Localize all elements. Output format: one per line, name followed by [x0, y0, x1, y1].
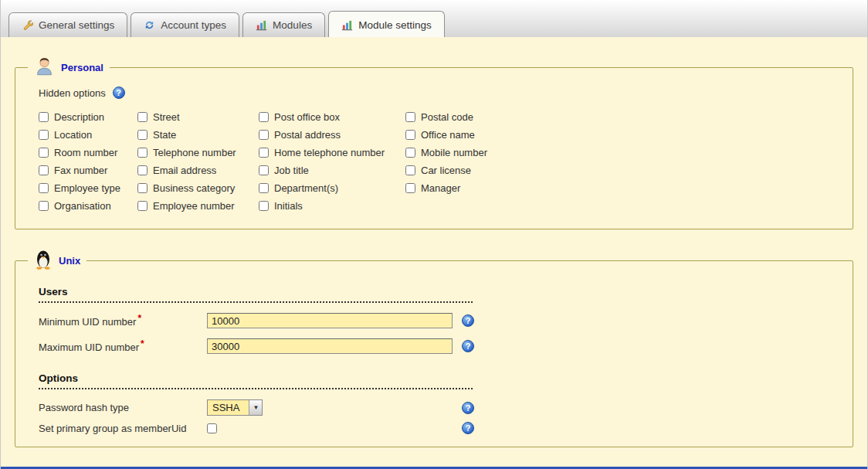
wrench-icon — [22, 19, 33, 31]
selected-option: SSHA — [208, 400, 249, 415]
help-icon[interactable]: ? — [462, 340, 474, 352]
hidden-option-checkbox[interactable] — [405, 183, 415, 193]
hidden-option-checkbox[interactable] — [405, 165, 415, 175]
hidden-option[interactable]: Car license — [405, 165, 840, 176]
hidden-option[interactable]: Fax number — [39, 165, 137, 176]
hidden-option-label: Department(s) — [274, 182, 338, 194]
tux-icon — [34, 250, 53, 272]
hidden-option[interactable]: Street — [137, 111, 259, 123]
hidden-option-checkbox[interactable] — [137, 165, 147, 175]
hidden-option-label: Description — [54, 111, 104, 123]
hidden-option[interactable]: Email address — [137, 165, 259, 176]
tab-label: Module settings — [358, 19, 432, 31]
help-icon[interactable]: ? — [462, 422, 474, 434]
hidden-option-checkbox[interactable] — [259, 201, 269, 211]
hidden-option[interactable]: Telephone number — [137, 147, 259, 158]
hidden-option-checkbox[interactable] — [405, 112, 415, 122]
hidden-option-label: Manager — [421, 182, 460, 194]
min-uid-row: Minimum UID number* ? — [39, 313, 840, 328]
hidden-option-checkbox[interactable] — [39, 165, 49, 175]
hidden-option-checkbox[interactable] — [137, 112, 147, 122]
hidden-option-label: Home telephone number — [274, 147, 385, 158]
maximum-uid-input[interactable] — [207, 338, 453, 354]
hidden-option[interactable]: Post office box — [259, 111, 405, 123]
hidden-option[interactable]: Office name — [405, 129, 840, 141]
hidden-option-checkbox[interactable] — [39, 201, 49, 211]
hidden-option[interactable]: Manager — [405, 182, 840, 194]
hidden-option-label: Telephone number — [153, 147, 236, 158]
hidden-option-checkbox[interactable] — [405, 130, 415, 140]
hidden-option[interactable]: State — [137, 129, 259, 141]
hidden-option-checkbox[interactable] — [259, 183, 269, 193]
hidden-option-checkbox[interactable] — [259, 130, 269, 140]
minimum-uid-input[interactable] — [207, 313, 453, 328]
hidden-option-checkbox[interactable] — [405, 148, 415, 158]
hidden-option[interactable]: Postal address — [259, 129, 405, 141]
tab-label: Modules — [273, 19, 312, 31]
hidden-option-checkbox[interactable] — [259, 112, 269, 122]
tab-general-settings[interactable]: General settings — [8, 12, 127, 37]
member-uid-checkbox[interactable] — [207, 423, 217, 433]
hidden-option[interactable]: Organisation — [39, 200, 137, 212]
hidden-option-label: Organisation — [54, 200, 111, 212]
tab-label: General settings — [39, 19, 114, 31]
hidden-option[interactable]: Mobile number — [405, 147, 840, 158]
hidden-option-label: Location — [54, 129, 92, 141]
hidden-option-label: Initials — [274, 200, 303, 212]
tab-modules[interactable]: Modules — [242, 12, 325, 37]
hidden-option-checkbox[interactable] — [259, 165, 269, 175]
hidden-option[interactable]: Employee type — [39, 182, 137, 194]
hidden-option-checkbox[interactable] — [137, 201, 147, 211]
field-label: Maximum UID number* — [39, 338, 207, 353]
hidden-option-checkbox[interactable] — [39, 130, 49, 140]
password-hash-select[interactable]: SSHA ▼ — [207, 399, 263, 416]
module-settings-panel: Personal Hidden options ? Description St… — [1, 37, 867, 469]
hidden-option-checkbox[interactable] — [137, 148, 147, 158]
hidden-option-label: Office name — [421, 129, 475, 141]
hidden-option-label: Fax number — [54, 165, 107, 176]
required-asterisk: * — [141, 338, 144, 349]
hidden-option[interactable]: Location — [39, 129, 137, 141]
hidden-option[interactable]: Postal code — [405, 111, 840, 123]
hidden-option[interactable]: Business category — [137, 182, 259, 194]
hidden-option-checkbox[interactable] — [137, 183, 147, 193]
hidden-option-label: Post office box — [274, 111, 340, 123]
help-icon[interactable]: ? — [113, 87, 125, 99]
hidden-option-checkbox[interactable] — [137, 130, 147, 140]
help-icon[interactable]: ? — [462, 314, 474, 327]
member-uid-row: Set primary group as memberUid ? — [39, 422, 840, 434]
hidden-option-label: Employee type — [54, 182, 120, 194]
hidden-option-checkbox[interactable] — [39, 148, 49, 158]
hidden-option[interactable]: Home telephone number — [259, 147, 405, 158]
hidden-option[interactable]: Job title — [259, 165, 405, 176]
hidden-option-label: Postal code — [421, 111, 473, 123]
hidden-option-checkbox[interactable] — [39, 183, 49, 193]
chart-icon — [256, 19, 267, 31]
hidden-option[interactable]: Room number — [39, 147, 137, 158]
max-uid-row: Maximum UID number* ? — [39, 338, 840, 354]
dropdown-arrow-icon[interactable]: ▼ — [249, 400, 262, 415]
hidden-option[interactable]: Department(s) — [259, 182, 405, 194]
person-icon — [34, 56, 55, 79]
personal-legend: Personal — [28, 56, 110, 79]
hidden-option-label: Street — [153, 111, 180, 123]
hidden-option-label: Car license — [421, 165, 471, 176]
help-icon[interactable]: ? — [462, 402, 474, 414]
section-title: Unix — [59, 255, 80, 267]
hidden-option[interactable]: Description — [39, 111, 137, 123]
hidden-option-label: Business category — [153, 182, 235, 194]
hidden-option[interactable]: Employee number — [137, 200, 259, 212]
users-subheader: Users — [39, 286, 473, 303]
hidden-options-label: Hidden options — [39, 87, 106, 99]
hidden-option[interactable]: Initials — [259, 200, 405, 212]
tab-account-types[interactable]: Account types — [131, 12, 239, 37]
hidden-option-label: Postal address — [274, 129, 341, 141]
personal-section: Personal Hidden options ? Description St… — [15, 56, 853, 229]
hidden-option-checkbox[interactable] — [259, 148, 269, 158]
hidden-option-label: Job title — [274, 165, 309, 176]
options-subheader: Options — [39, 372, 473, 389]
required-asterisk: * — [137, 313, 141, 324]
tab-module-settings[interactable]: Module settings — [328, 11, 445, 37]
hidden-option-checkbox[interactable] — [39, 112, 49, 122]
hidden-option-label: Room number — [54, 147, 117, 158]
